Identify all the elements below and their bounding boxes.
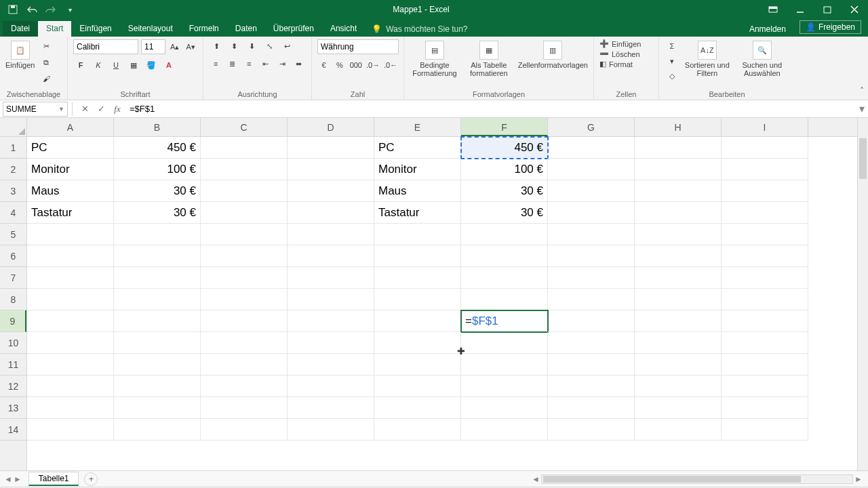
format-cells-button[interactable]: ◧ Format <box>599 60 653 68</box>
conditional-formatting-button[interactable]: ▤ Bedingte Formatierung <box>410 39 460 77</box>
cell[interactable] <box>201 419 288 441</box>
cell[interactable] <box>288 224 374 245</box>
cell[interactable] <box>114 267 201 289</box>
cell[interactable] <box>288 289 374 310</box>
cells-area[interactable]: PC450 €PC450 €Monitor100 €Monitor100 €Ma… <box>27 137 857 470</box>
comma-format-icon[interactable]: 000 <box>349 58 363 72</box>
cell[interactable] <box>374 419 461 441</box>
row-header[interactable]: 10 <box>0 332 26 354</box>
undo-icon[interactable] <box>24 3 39 16</box>
tab-data[interactable]: Daten <box>227 21 265 37</box>
cell[interactable]: 100 € <box>461 159 548 180</box>
sheet-nav-next-icon[interactable]: ► <box>14 474 22 484</box>
cell[interactable] <box>374 289 461 310</box>
cell[interactable] <box>114 397 201 419</box>
share-button[interactable]: 👤Freigeben <box>793 18 868 37</box>
cell[interactable] <box>114 245 201 267</box>
cell[interactable] <box>374 310 461 332</box>
cell[interactable] <box>722 332 808 354</box>
cell[interactable] <box>27 375 114 397</box>
column-header[interactable]: G <box>548 118 635 136</box>
wrap-text-icon[interactable]: ↩ <box>279 39 294 53</box>
cell[interactable] <box>201 332 288 354</box>
cell[interactable] <box>201 310 288 332</box>
cell[interactable] <box>635 419 722 441</box>
select-all-corner[interactable] <box>0 118 27 137</box>
cell[interactable] <box>461 375 548 397</box>
cell[interactable]: =$F$1 <box>461 310 548 332</box>
cell[interactable] <box>461 224 548 245</box>
cell[interactable]: 100 € <box>114 159 201 180</box>
decrease-decimal-icon[interactable]: .0← <box>383 58 398 72</box>
cell[interactable] <box>548 202 635 224</box>
cell[interactable] <box>548 375 635 397</box>
cell[interactable] <box>374 332 461 354</box>
cell[interactable] <box>635 137 722 159</box>
cell[interactable]: PC <box>374 137 461 159</box>
cell[interactable] <box>722 354 808 375</box>
cell[interactable] <box>635 397 722 419</box>
cell[interactable] <box>114 419 201 441</box>
cell[interactable] <box>722 159 808 180</box>
cell[interactable]: 30 € <box>461 202 548 224</box>
fill-color-icon[interactable]: 🪣 <box>144 58 159 72</box>
percent-format-icon[interactable]: % <box>333 58 346 72</box>
column-header[interactable]: H <box>635 118 722 136</box>
cell[interactable] <box>548 310 635 332</box>
accounting-format-icon[interactable]: € <box>317 58 330 72</box>
worksheet-grid[interactable]: ABCDEFGHI 1234567891011121314 PC450 €PC4… <box>0 118 868 470</box>
cell[interactable]: 30 € <box>461 180 548 202</box>
tab-formulas[interactable]: Formeln <box>181 21 227 37</box>
cell[interactable] <box>114 332 201 354</box>
cell[interactable] <box>548 354 635 375</box>
cell[interactable] <box>288 137 374 159</box>
cut-icon[interactable]: ✂ <box>39 39 54 53</box>
cell[interactable] <box>27 310 114 332</box>
cell[interactable] <box>635 310 722 332</box>
cell[interactable] <box>288 267 374 289</box>
cell[interactable] <box>635 180 722 202</box>
vertical-scrollbar[interactable] <box>857 118 868 470</box>
tab-review[interactable]: Überprüfen <box>265 21 322 37</box>
cell[interactable] <box>374 245 461 267</box>
cell[interactable]: 30 € <box>114 202 201 224</box>
font-size-combo[interactable] <box>141 39 165 54</box>
tab-view[interactable]: Ansicht <box>322 21 365 37</box>
cell[interactable] <box>288 397 374 419</box>
row-header[interactable]: 4 <box>0 202 26 224</box>
cell[interactable] <box>548 267 635 289</box>
cell[interactable] <box>461 397 548 419</box>
cell[interactable] <box>548 180 635 202</box>
cell[interactable] <box>114 310 201 332</box>
enter-formula-icon[interactable]: ✓ <box>93 102 109 117</box>
sheet-tab[interactable]: Tabelle1 <box>28 472 79 486</box>
align-center-icon[interactable]: ≣ <box>226 57 240 70</box>
cell[interactable] <box>635 354 722 375</box>
close-icon[interactable] <box>841 0 868 19</box>
cell[interactable] <box>201 180 288 202</box>
scrollbar-thumb[interactable] <box>859 138 867 179</box>
cell[interactable] <box>635 332 722 354</box>
cell[interactable] <box>288 245 374 267</box>
cell[interactable] <box>27 397 114 419</box>
cell[interactable]: Monitor <box>27 159 114 180</box>
cell[interactable] <box>114 375 201 397</box>
bold-icon[interactable]: F <box>73 58 88 72</box>
add-sheet-button[interactable]: + <box>84 472 98 486</box>
cell[interactable] <box>374 267 461 289</box>
cell[interactable] <box>635 224 722 245</box>
cell[interactable] <box>461 289 548 310</box>
insert-cells-button[interactable]: ➕ Einfügen <box>599 39 653 48</box>
cell[interactable] <box>374 224 461 245</box>
cell[interactable] <box>635 159 722 180</box>
cell[interactable] <box>288 202 374 224</box>
column-header[interactable]: A <box>27 118 114 136</box>
cell[interactable] <box>288 375 374 397</box>
formula-input[interactable] <box>125 102 856 117</box>
row-header[interactable]: 3 <box>0 180 26 202</box>
grow-font-icon[interactable]: A▴ <box>168 40 182 54</box>
cell[interactable] <box>722 202 808 224</box>
increase-decimal-icon[interactable]: .0→ <box>366 58 380 72</box>
delete-cells-button[interactable]: ➖ Löschen <box>599 49 653 58</box>
cell[interactable] <box>461 354 548 375</box>
